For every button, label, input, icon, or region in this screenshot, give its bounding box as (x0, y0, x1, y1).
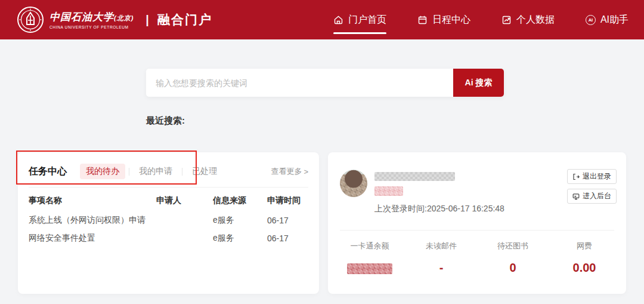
ai-search-button[interactable]: Ai 搜索 (453, 69, 504, 97)
tab-divider (182, 168, 182, 176)
stat-value: - (405, 261, 477, 275)
todo-table: 事项名称 申请人 信息来源 申请时间 系统上线（外网访问权限）申请 e服务 06… (18, 190, 319, 247)
task-center-header: 任务中心 我的待办 我的申请 已处理 查看更多 > (18, 152, 319, 180)
item-name: 系统上线（外网访问权限）申请 (29, 215, 156, 226)
item-source: e服务 (213, 215, 267, 226)
profile-card: 上次登录时间:2025-06-17 16:25:48 退出登录 进入后台 一卡通… (328, 152, 626, 294)
stat-label: 待还图书 (477, 241, 549, 251)
item-name: 网络安全事件处置 (29, 233, 156, 244)
balance-redacted (347, 263, 392, 274)
top-header: 中国石油大学(北京) CHINA UNIVERSITY OF PETROLEUM… (0, 0, 644, 39)
university-seal-icon (17, 6, 44, 33)
stats-row: 一卡通余额 未读邮件 - 待还图书 0 网费 0.00 (334, 241, 620, 275)
col-item-name: 事项名称 (29, 195, 156, 206)
stat-card-balance: 一卡通余额 (334, 241, 405, 275)
nav-item-portal-home[interactable]: 门户首页 (333, 0, 386, 39)
portal-page: 中国石油大学(北京) CHINA UNIVERSITY OF PETROLEUM… (0, 0, 644, 304)
stat-network-fee: 网费 0.00 (549, 241, 620, 275)
col-time: 申请时间 (267, 195, 308, 206)
calendar-icon (417, 15, 428, 25)
university-name: 中国石油大学(北京) CHINA UNIVERSITY OF PETROLEUM (49, 10, 134, 29)
stat-label: 网费 (549, 241, 620, 251)
brand-divider: | (145, 13, 149, 27)
divider (29, 187, 308, 188)
item-source: e服务 (213, 233, 267, 244)
stat-label: 一卡通余额 (334, 241, 405, 251)
monitor-icon (572, 193, 580, 200)
logout-label: 退出登录 (583, 171, 611, 182)
task-center-card: 任务中心 我的待办 我的申请 已处理 查看更多 > 事项名称 申请人 信息来源 … (18, 152, 319, 294)
task-center-tabs: 我的待办 我的申请 已处理 (80, 164, 223, 179)
stat-value: 0 (477, 261, 549, 275)
nav-label: 日程中心 (432, 14, 470, 26)
enter-backend-button[interactable]: 进入后台 (567, 189, 617, 204)
table-row[interactable]: 网络安全事件处置 e服务 06-17 (29, 229, 308, 247)
divider (340, 230, 614, 231)
nav-item-personal-data[interactable]: 个人数据 (501, 0, 555, 39)
portal-title: 融合门户 (157, 11, 212, 28)
view-more-link[interactable]: 查看更多 > (271, 166, 308, 177)
chart-icon (501, 15, 512, 25)
col-source: 信息来源 (213, 195, 267, 206)
item-time: 06-17 (267, 216, 308, 225)
chevron-right-icon: > (304, 167, 308, 176)
university-name-en: CHINA UNIVERSITY OF PETROLEUM (49, 25, 134, 29)
university-name-suffix: (北京) (114, 14, 134, 22)
table-header-row: 事项名称 申请人 信息来源 申请时间 (29, 190, 308, 211)
tab-my-todo[interactable]: 我的待办 (80, 164, 125, 179)
nav-item-ai-assistant[interactable]: AI AI助手 (586, 0, 628, 39)
item-time: 06-17 (267, 234, 308, 243)
nav-label: AI助手 (600, 14, 628, 26)
search-bar: Ai 搜索 (146, 69, 504, 97)
logout-button[interactable]: 退出登录 (567, 169, 617, 184)
task-center-title: 任务中心 (29, 165, 67, 178)
last-login-time: 上次登录时间:2025-06-17 16:25:48 (374, 204, 504, 214)
stat-value: 0.00 (549, 261, 620, 275)
nav-item-schedule-center[interactable]: 日程中心 (417, 0, 470, 39)
recent-search-label: 最近搜索: (146, 115, 185, 127)
avatar (340, 170, 367, 197)
user-tag-redacted (374, 186, 403, 196)
nav-label: 门户首页 (348, 14, 386, 26)
col-applicant: 申请人 (156, 195, 213, 206)
user-name-redacted (374, 172, 455, 181)
nav-label: 个人数据 (516, 14, 555, 26)
tab-my-applications[interactable]: 我的申请 (133, 164, 178, 179)
main-nav: 门户首页 日程中心 个人数据 A (333, 0, 628, 39)
ai-icon: AI (586, 15, 596, 25)
tab-processed[interactable]: 已处理 (186, 164, 223, 179)
table-row[interactable]: 系统上线（外网访问权限）申请 e服务 06-17 (29, 211, 308, 229)
view-more-label: 查看更多 (271, 166, 302, 177)
active-tab-underline (333, 32, 386, 34)
university-name-cn: 中国石油大学 (49, 11, 114, 23)
home-icon (333, 15, 343, 25)
search-input[interactable] (146, 69, 453, 97)
stat-unread-mail: 未读邮件 - (405, 241, 477, 275)
enter-backend-label: 进入后台 (583, 191, 611, 201)
stat-books-due: 待还图书 0 (477, 241, 549, 275)
stat-label: 未读邮件 (405, 241, 477, 251)
tab-divider (129, 168, 129, 176)
logout-icon (572, 173, 580, 180)
university-brand[interactable]: 中国石油大学(北京) CHINA UNIVERSITY OF PETROLEUM (17, 6, 134, 33)
